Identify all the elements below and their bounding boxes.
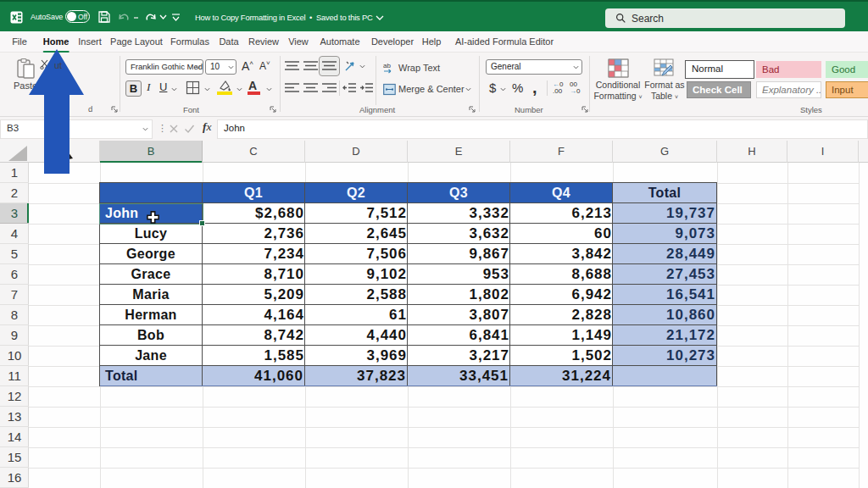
svg-text:ab: ab: [383, 62, 391, 69]
